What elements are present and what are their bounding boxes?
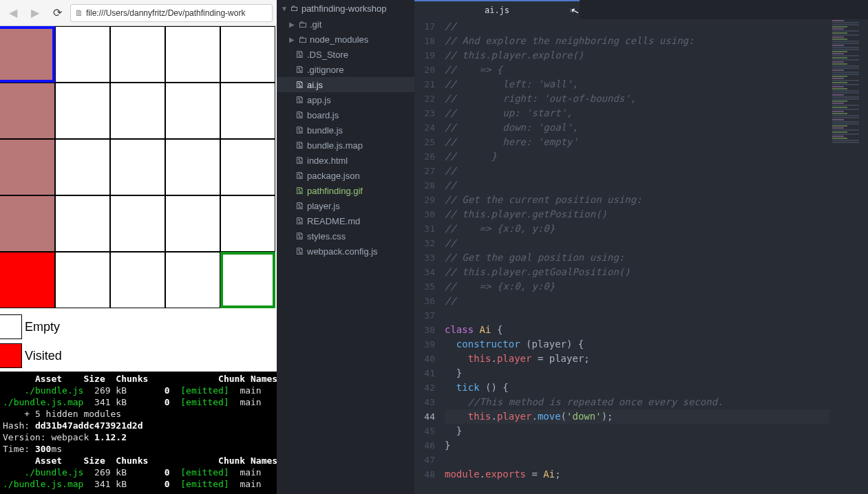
folder-icon: 🗀: [290, 3, 299, 13]
grid-cell: [165, 83, 220, 139]
grid-cell: [165, 139, 220, 195]
tree-label: .gitignore: [307, 65, 343, 75]
grid-cell: [110, 26, 165, 83]
tree-file[interactable]: 🖻bundle.js: [277, 122, 414, 138]
tree-label: app.js: [307, 95, 331, 105]
tree-label: bundle.js: [307, 125, 343, 136]
tree-file[interactable]: 🖻webpack.config.js: [277, 244, 414, 259]
grid-cell: [220, 195, 275, 252]
terminal[interactable]: Asset Size Chunks Chunk Names ./bundle.j…: [0, 372, 277, 494]
grid-cell: [0, 139, 55, 195]
grid-cell: [165, 26, 220, 83]
tree-file[interactable]: 🖻README.md: [277, 213, 414, 228]
tab-title: ai.js: [485, 6, 509, 15]
chevron-right-icon: ▶: [289, 21, 295, 28]
tree-label: webpack.config.js: [307, 246, 378, 257]
file-icon: 🗎: [75, 8, 83, 18]
tree-file[interactable]: 🖻pathfinding.gif: [277, 183, 414, 198]
grid-cell: [55, 139, 110, 195]
grid-cell: [110, 195, 165, 252]
project-name: pathfinding-workshop: [301, 3, 387, 14]
grid-cell: [165, 252, 220, 308]
folder-icon: 🗀: [297, 34, 307, 45]
back-button[interactable]: ◀: [4, 5, 22, 21]
grid-cell: [220, 139, 275, 195]
tree-file[interactable]: 🖻.gitignore: [277, 62, 414, 77]
grid-cell-goal: [220, 252, 275, 308]
tab-ai-js[interactable]: ai.js ×: [414, 0, 580, 19]
file-icon: 🖻: [295, 95, 304, 105]
grid-cell: [110, 139, 165, 195]
tree-file[interactable]: 🖻index.html: [277, 153, 414, 168]
file-icon: 🖻: [295, 80, 304, 90]
browser-pane: ◀ ▶ ⟳ 🗎 file:///Users/dannyfritz/Dev/pat…: [0, 0, 277, 494]
tree-file[interactable]: 🖻ai.js: [277, 77, 414, 92]
chevron-down-icon: ▼: [281, 5, 288, 12]
folder-icon: 🗀: [297, 19, 307, 30]
tree-label: node_modules: [310, 34, 368, 45]
tree-label: .DS_Store: [307, 50, 348, 60]
tree-label: index.html: [307, 155, 348, 166]
project-root[interactable]: ▼ 🗀 pathfinding-workshop: [277, 0, 414, 17]
line-gutter: 1718192021222324252627282930313233343536…: [414, 19, 445, 482]
grid-cell: [55, 195, 110, 252]
grid-cell: [0, 195, 55, 252]
file-tree: ▼ 🗀 pathfinding-workshop ▶🗀.git▶🗀node_mo…: [277, 0, 414, 494]
forward-button[interactable]: ▶: [26, 5, 44, 21]
file-icon: 🖻: [295, 50, 304, 60]
grid-cell: [110, 83, 165, 139]
legend-swatch-visited: [0, 343, 22, 368]
file-icon: 🖻: [295, 65, 304, 75]
tree-label: package.json: [307, 171, 360, 181]
reload-button[interactable]: ⟳: [48, 5, 66, 21]
file-icon: 🖻: [295, 171, 304, 181]
legend-label: Empty: [25, 320, 60, 334]
tree-file[interactable]: 🖻bundle.js.map: [277, 138, 414, 153]
grid-cell: [55, 83, 110, 139]
file-icon: 🖻: [295, 125, 304, 136]
grid-cell: [110, 252, 165, 308]
code-editor: ai.js × 17181920212223242526272829303132…: [414, 0, 868, 494]
tree-label: board.js: [307, 110, 339, 120]
grid-cell: [220, 83, 275, 139]
tree-file[interactable]: 🖻package.json: [277, 168, 414, 183]
tree-label: .git: [310, 19, 321, 30]
grid-cell: [165, 195, 220, 252]
tab-bar: ai.js ×: [414, 0, 868, 19]
close-icon[interactable]: ×: [569, 6, 574, 15]
tree-folder[interactable]: ▶🗀.git: [277, 17, 414, 32]
url-text: file:///Users/dannyfritz/Dev/pathfinding…: [86, 8, 245, 18]
tree-file[interactable]: 🖻player.js: [277, 198, 414, 213]
tree-label: player.js: [307, 201, 340, 211]
grid-cell: [55, 252, 110, 308]
tree-label: README.md: [307, 216, 360, 226]
file-icon: 🖻: [295, 140, 304, 151]
tree-file[interactable]: 🖻app.js: [277, 92, 414, 107]
tree-file[interactable]: 🖻board.js: [277, 107, 414, 122]
pathfinding-grid: Empty Visited: [0, 26, 275, 308]
grid-cell: [0, 26, 55, 83]
tree-label: bundle.js.map: [307, 140, 363, 151]
tree-label: ai.js: [307, 80, 323, 90]
minimap[interactable]: [829, 19, 868, 494]
legend-swatch-empty: [0, 314, 22, 339]
grid-cell: [55, 26, 110, 83]
grid-cell-start: [0, 252, 55, 308]
grid-cell: [220, 26, 275, 83]
browser-toolbar: ◀ ▶ ⟳ 🗎 file:///Users/dannyfritz/Dev/pat…: [0, 0, 277, 26]
legend-label: Visited: [25, 349, 62, 363]
code-area[interactable]: //// And explore the neighboring cells u…: [445, 19, 830, 482]
file-icon: 🖻: [295, 216, 304, 226]
file-icon: 🖻: [295, 246, 304, 257]
tree-label: pathfinding.gif: [307, 186, 363, 196]
legend: Empty Visited: [0, 308, 275, 370]
chevron-right-icon: ▶: [289, 36, 295, 43]
file-icon: 🖻: [295, 110, 304, 120]
tree-label: styles.css: [307, 231, 346, 241]
url-bar[interactable]: 🗎 file:///Users/dannyfritz/Dev/pathfindi…: [70, 4, 273, 22]
tree-file[interactable]: 🖻.DS_Store: [277, 47, 414, 62]
file-icon: 🖻: [295, 155, 304, 166]
tree-file[interactable]: 🖻styles.css: [277, 228, 414, 244]
tree-folder[interactable]: ▶🗀node_modules: [277, 32, 414, 47]
file-icon: 🖻: [295, 186, 304, 196]
